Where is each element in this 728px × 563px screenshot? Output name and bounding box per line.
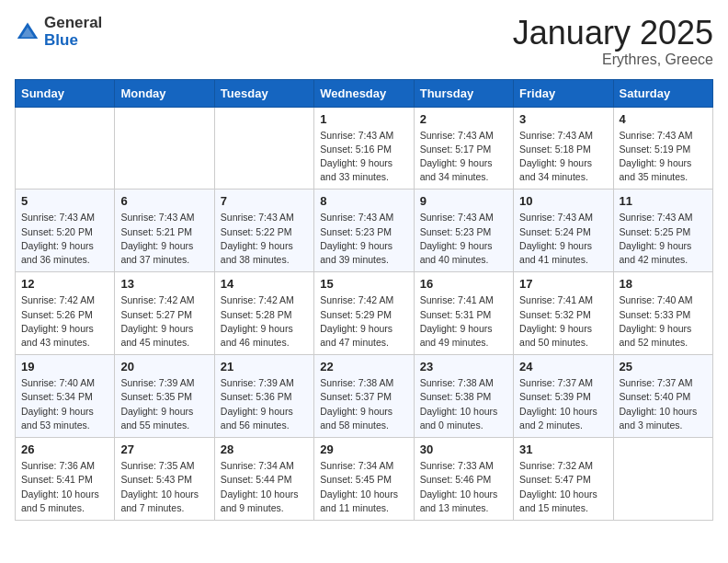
calendar-header-row: SundayMondayTuesdayWednesdayThursdayFrid…: [16, 79, 713, 107]
calendar-cell: 11Sunrise: 7:43 AM Sunset: 5:25 PM Dayli…: [613, 190, 712, 272]
day-info: Sunrise: 7:38 AM Sunset: 5:37 PM Dayligh…: [320, 376, 407, 432]
day-number: 24: [519, 360, 607, 373]
calendar-cell: 5Sunrise: 7:43 AM Sunset: 5:20 PM Daylig…: [16, 190, 115, 272]
day-info: Sunrise: 7:38 AM Sunset: 5:38 PM Dayligh…: [420, 376, 507, 432]
calendar-week-4: 19Sunrise: 7:40 AM Sunset: 5:34 PM Dayli…: [16, 355, 713, 438]
day-number: 2: [420, 112, 507, 126]
day-number: 14: [221, 277, 308, 291]
day-number: 11: [620, 194, 707, 208]
calendar-cell: 15Sunrise: 7:42 AM Sunset: 5:29 PM Dayli…: [314, 272, 414, 355]
day-number: 21: [221, 360, 308, 373]
day-info: Sunrise: 7:37 AM Sunset: 5:40 PM Dayligh…: [620, 376, 707, 432]
day-info: Sunrise: 7:37 AM Sunset: 5:39 PM Dayligh…: [519, 376, 607, 432]
day-number: 6: [120, 194, 208, 208]
day-number: 4: [620, 112, 707, 126]
calendar-cell: 9Sunrise: 7:43 AM Sunset: 5:23 PM Daylig…: [414, 190, 513, 272]
calendar-cell: 3Sunrise: 7:43 AM Sunset: 5:18 PM Daylig…: [514, 107, 613, 190]
location: Erythres, Greece: [513, 52, 713, 68]
column-header-tuesday: Tuesday: [214, 79, 313, 107]
day-info: Sunrise: 7:43 AM Sunset: 5:18 PM Dayligh…: [519, 129, 607, 185]
column-header-monday: Monday: [115, 79, 214, 107]
logo-icon: [15, 19, 40, 45]
calendar-cell: 6Sunrise: 7:43 AM Sunset: 5:21 PM Daylig…: [115, 190, 214, 272]
day-number: 27: [120, 442, 208, 456]
day-number: 20: [120, 360, 208, 373]
calendar-cell: 4Sunrise: 7:43 AM Sunset: 5:19 PM Daylig…: [613, 107, 712, 190]
calendar-week-1: 1Sunrise: 7:43 AM Sunset: 5:16 PM Daylig…: [16, 107, 713, 190]
day-number: 19: [21, 360, 108, 373]
calendar-cell: 28Sunrise: 7:34 AM Sunset: 5:44 PM Dayli…: [214, 438, 313, 521]
calendar-cell: 27Sunrise: 7:35 AM Sunset: 5:43 PM Dayli…: [115, 438, 214, 521]
calendar-cell: 18Sunrise: 7:40 AM Sunset: 5:33 PM Dayli…: [613, 272, 712, 355]
day-info: Sunrise: 7:43 AM Sunset: 5:23 PM Dayligh…: [320, 211, 407, 267]
calendar-cell: 22Sunrise: 7:38 AM Sunset: 5:37 PM Dayli…: [314, 355, 414, 438]
day-number: 9: [420, 194, 507, 208]
day-info: Sunrise: 7:43 AM Sunset: 5:16 PM Dayligh…: [320, 129, 407, 185]
day-number: 18: [620, 277, 707, 291]
day-info: Sunrise: 7:43 AM Sunset: 5:22 PM Dayligh…: [221, 211, 308, 267]
calendar-cell: 12Sunrise: 7:42 AM Sunset: 5:26 PM Dayli…: [16, 272, 115, 355]
calendar-cell: 1Sunrise: 7:43 AM Sunset: 5:16 PM Daylig…: [314, 107, 414, 190]
day-number: 17: [519, 277, 607, 291]
calendar-cell: [115, 107, 214, 190]
calendar-week-3: 12Sunrise: 7:42 AM Sunset: 5:26 PM Dayli…: [16, 272, 713, 355]
day-info: Sunrise: 7:40 AM Sunset: 5:34 PM Dayligh…: [21, 376, 108, 432]
day-info: Sunrise: 7:41 AM Sunset: 5:32 PM Dayligh…: [519, 293, 607, 350]
day-number: 31: [519, 442, 607, 456]
calendar-week-5: 26Sunrise: 7:36 AM Sunset: 5:41 PM Dayli…: [16, 438, 713, 521]
calendar-cell: 23Sunrise: 7:38 AM Sunset: 5:38 PM Dayli…: [414, 355, 513, 438]
calendar-cell: [613, 438, 712, 521]
day-number: 7: [221, 194, 308, 208]
day-info: Sunrise: 7:42 AM Sunset: 5:28 PM Dayligh…: [221, 293, 308, 350]
logo: General Blue: [15, 15, 102, 49]
calendar-cell: 2Sunrise: 7:43 AM Sunset: 5:17 PM Daylig…: [414, 107, 513, 190]
day-number: 22: [320, 360, 407, 373]
day-info: Sunrise: 7:42 AM Sunset: 5:26 PM Dayligh…: [21, 293, 108, 350]
calendar-cell: 24Sunrise: 7:37 AM Sunset: 5:39 PM Dayli…: [514, 355, 613, 438]
day-number: 8: [320, 194, 407, 208]
title-block: January 2025 Erythres, Greece: [513, 15, 713, 68]
column-header-friday: Friday: [514, 79, 613, 107]
column-header-wednesday: Wednesday: [314, 79, 414, 107]
column-header-sunday: Sunday: [16, 79, 115, 107]
day-info: Sunrise: 7:41 AM Sunset: 5:31 PM Dayligh…: [420, 293, 507, 350]
day-info: Sunrise: 7:40 AM Sunset: 5:33 PM Dayligh…: [620, 293, 707, 350]
calendar-cell: 26Sunrise: 7:36 AM Sunset: 5:41 PM Dayli…: [16, 438, 115, 521]
page-header: General Blue January 2025 Erythres, Gree…: [15, 15, 713, 68]
calendar-cell: 20Sunrise: 7:39 AM Sunset: 5:35 PM Dayli…: [115, 355, 214, 438]
day-info: Sunrise: 7:35 AM Sunset: 5:43 PM Dayligh…: [120, 459, 208, 515]
calendar-cell: 25Sunrise: 7:37 AM Sunset: 5:40 PM Dayli…: [613, 355, 712, 438]
day-info: Sunrise: 7:43 AM Sunset: 5:17 PM Dayligh…: [420, 129, 507, 185]
calendar-cell: 16Sunrise: 7:41 AM Sunset: 5:31 PM Dayli…: [414, 272, 513, 355]
day-info: Sunrise: 7:43 AM Sunset: 5:24 PM Dayligh…: [519, 211, 607, 267]
day-info: Sunrise: 7:43 AM Sunset: 5:20 PM Dayligh…: [21, 211, 108, 267]
calendar-cell: [16, 107, 115, 190]
day-number: 28: [221, 442, 308, 456]
day-info: Sunrise: 7:39 AM Sunset: 5:35 PM Dayligh…: [120, 376, 208, 432]
day-number: 1: [320, 112, 407, 126]
calendar-cell: 30Sunrise: 7:33 AM Sunset: 5:46 PM Dayli…: [414, 438, 513, 521]
day-info: Sunrise: 7:42 AM Sunset: 5:29 PM Dayligh…: [320, 293, 407, 350]
calendar-cell: [214, 107, 313, 190]
calendar-cell: 29Sunrise: 7:34 AM Sunset: 5:45 PM Dayli…: [314, 438, 414, 521]
calendar-cell: 19Sunrise: 7:40 AM Sunset: 5:34 PM Dayli…: [16, 355, 115, 438]
day-info: Sunrise: 7:43 AM Sunset: 5:21 PM Dayligh…: [120, 211, 208, 267]
logo-general: General: [44, 15, 102, 32]
calendar-cell: 8Sunrise: 7:43 AM Sunset: 5:23 PM Daylig…: [314, 190, 414, 272]
day-number: 13: [120, 277, 208, 291]
day-number: 30: [420, 442, 507, 456]
calendar-cell: 14Sunrise: 7:42 AM Sunset: 5:28 PM Dayli…: [214, 272, 313, 355]
calendar-cell: 7Sunrise: 7:43 AM Sunset: 5:22 PM Daylig…: [214, 190, 313, 272]
day-number: 12: [21, 277, 108, 291]
day-info: Sunrise: 7:43 AM Sunset: 5:25 PM Dayligh…: [620, 211, 707, 267]
day-info: Sunrise: 7:42 AM Sunset: 5:27 PM Dayligh…: [120, 293, 208, 350]
calendar-cell: 31Sunrise: 7:32 AM Sunset: 5:47 PM Dayli…: [514, 438, 613, 521]
calendar-week-2: 5Sunrise: 7:43 AM Sunset: 5:20 PM Daylig…: [16, 190, 713, 272]
day-number: 5: [21, 194, 108, 208]
day-info: Sunrise: 7:43 AM Sunset: 5:19 PM Dayligh…: [620, 129, 707, 185]
day-number: 3: [519, 112, 607, 126]
day-number: 23: [420, 360, 507, 373]
day-info: Sunrise: 7:34 AM Sunset: 5:44 PM Dayligh…: [221, 459, 308, 515]
day-number: 25: [620, 360, 707, 373]
day-number: 15: [320, 277, 407, 291]
